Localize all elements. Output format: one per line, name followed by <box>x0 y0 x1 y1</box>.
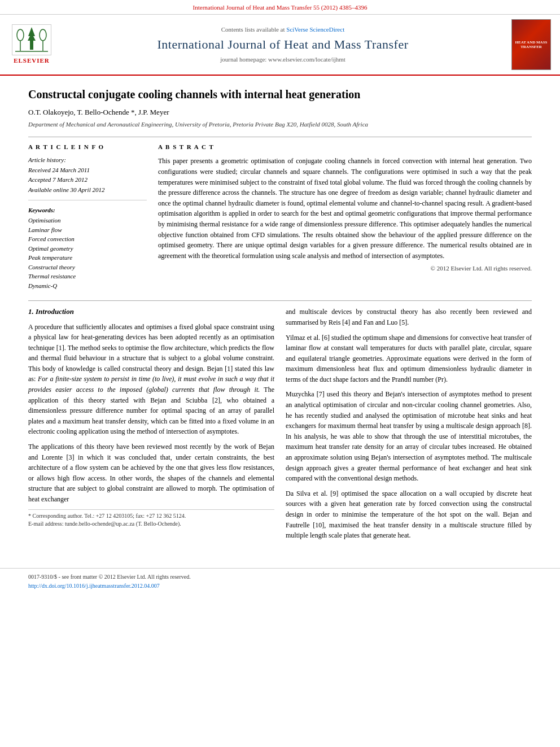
sciverse-link[interactable]: SciVerse ScienceDirect <box>286 26 344 33</box>
abstract-column: A B S T R A C T This paper presents a ge… <box>158 143 532 290</box>
history-label-text: Article history: <box>28 156 66 163</box>
intro-para-2: The applications of this theory have bee… <box>28 442 274 505</box>
homepage-text: journal homepage: www.elsevier.com/locat… <box>220 56 345 63</box>
thumb-title-text: HEAT AND MASS TRANSFER <box>514 40 548 50</box>
article-content: Constructal conjugate cooling channels w… <box>0 76 560 556</box>
footnote-area: * Corresponding author. Tel.: +27 12 420… <box>28 509 274 528</box>
sciverse-line: Contents lists available at SciVerse Sci… <box>60 25 506 34</box>
journal-citation-text: International Journal of Heat and Mass T… <box>193 4 368 11</box>
received-date: Received 24 March 2011 <box>28 166 147 174</box>
journal-center-header: Contents lists available at SciVerse Sci… <box>60 25 506 64</box>
footer: 0017-9310/$ - see front matter © 2012 El… <box>0 568 560 596</box>
accepted-date: Accepted 7 March 2012 <box>28 176 147 184</box>
keywords-section: Keywords: Optimisation Laminar flow Forc… <box>28 206 147 290</box>
keyword-4: Optimal geometry <box>28 244 147 254</box>
footnote-email: E-mail address: tunde.bello-ochende@up.a… <box>28 520 274 528</box>
body-right-column: and multiscale devices by constructal th… <box>286 307 532 545</box>
authors-text: O.T. Olakoyejo, T. Bello-Ochende *, J.P.… <box>28 108 169 116</box>
article-history: Article history: Received 24 March 2011 … <box>28 156 147 200</box>
footnote-corresponding: * Corresponding author. Tel.: +27 12 420… <box>28 512 274 520</box>
keyword-7: Thermal resistance <box>28 272 147 281</box>
article-info-column: A R T I C L E I N F O Article history: R… <box>28 143 147 290</box>
copyright-line: © 2012 Elsevier Ltd. All rights reserved… <box>158 264 532 273</box>
section-divider <box>28 300 532 301</box>
journal-header: ELSEVIER Contents lists available at Sci… <box>0 15 560 76</box>
abstract-label: A B S T R A C T <box>158 143 532 151</box>
keywords-label: Keywords: <box>28 206 147 215</box>
svg-rect-7 <box>30 41 33 50</box>
elsevier-logo-image <box>12 24 51 55</box>
intro-para-1: A procedure that sufficiently allocates … <box>28 322 274 438</box>
available-date: Available online 30 April 2012 <box>28 186 147 194</box>
keyword-8: Dynamic-Q <box>28 281 147 291</box>
right-para-3: Muzychka [7] used this theory and Bejan'… <box>286 389 532 483</box>
right-para-4: Da Silva et al. [9] optimised the space … <box>286 488 532 541</box>
body-left-column: 1. Introduction A procedure that suffici… <box>28 307 274 545</box>
right-para-1: and multiscale devices by constructal th… <box>286 307 532 327</box>
article-info-abstract: A R T I C L E I N F O Article history: R… <box>28 137 532 290</box>
keyword-1: Optimisation <box>28 216 147 225</box>
journal-thumbnail: HEAT AND MASS TRANSFER <box>511 19 551 70</box>
right-para-2: Yilmaz et al. [6] studied the optimum sh… <box>286 333 532 385</box>
elsevier-logo: ELSEVIER <box>9 24 54 65</box>
contents-text: Contents lists available at <box>221 26 286 33</box>
body-two-col: 1. Introduction A procedure that suffici… <box>28 307 532 545</box>
article-title: Constructal conjugate cooling channels w… <box>28 87 532 102</box>
page: International Journal of Heat and Mass T… <box>0 0 560 747</box>
article-authors: O.T. Olakoyejo, T. Bello-Ochende *, J.P.… <box>28 107 532 117</box>
keyword-6: Constructal theory <box>28 263 147 272</box>
journal-citation-bar: International Journal of Heat and Mass T… <box>0 0 560 15</box>
keyword-2: Laminar flow <box>28 225 147 235</box>
keywords-list: Optimisation Laminar flow Forced convect… <box>28 216 147 290</box>
keyword-5: Peak temperature <box>28 253 147 263</box>
footer-copyright: 0017-9310/$ - see front matter © 2012 El… <box>28 573 532 581</box>
affiliation: Department of Mechanical and Aeronautica… <box>28 120 532 129</box>
journal-homepage: journal homepage: www.elsevier.com/locat… <box>60 55 506 64</box>
abstract-text: This paper presents a geometric optimisa… <box>158 156 532 261</box>
history-label: Article history: <box>28 156 147 164</box>
elsevier-wordmark: ELSEVIER <box>14 56 50 65</box>
intro-heading: 1. Introduction <box>28 307 274 317</box>
article-info-label: A R T I C L E I N F O <box>28 143 147 151</box>
doi-link[interactable]: http://dx.doi.org/10.1016/j.ijheatmasstr… <box>28 583 160 589</box>
keyword-3: Forced convection <box>28 234 147 244</box>
footer-doi: http://dx.doi.org/10.1016/j.ijheatmasstr… <box>28 582 532 590</box>
journal-title: International Journal of Heat and Mass T… <box>60 36 506 54</box>
